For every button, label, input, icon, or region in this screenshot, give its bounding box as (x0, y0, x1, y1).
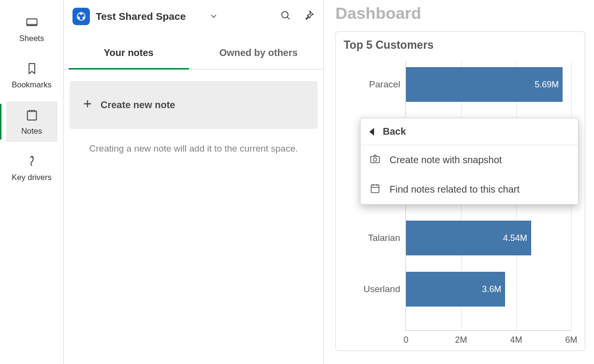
bookmark-icon (25, 62, 39, 75)
bar-row: 5.69MParacel (406, 67, 563, 102)
chart-context-menu: Back Create note with snapshot Find note… (360, 118, 579, 205)
bar-value-label: 4.54M (503, 233, 527, 243)
context-find-related[interactable]: Find notes related to this chart (361, 175, 578, 204)
key-drivers-icon (25, 154, 39, 168)
context-back[interactable]: Back (361, 118, 578, 145)
create-note-button[interactable]: Create new note (70, 81, 318, 129)
sidebar-item-bookmarks[interactable]: Bookmarks (6, 55, 58, 96)
space-name: Test Shared Space (96, 11, 186, 22)
svg-point-3 (80, 13, 82, 14)
space-dropdown[interactable] (211, 14, 217, 18)
x-tick-label: 6M (565, 335, 577, 345)
bar[interactable]: 4.54M (406, 221, 531, 255)
bar[interactable]: 3.6M (406, 272, 505, 307)
svg-rect-7 (371, 156, 379, 163)
sidebar-item-label: Key drivers (12, 173, 52, 182)
x-tick-label: 4M (510, 335, 522, 345)
sheets-icon (25, 15, 39, 29)
camera-icon (369, 153, 381, 167)
create-note-label: Create new note (101, 99, 175, 111)
tab-your-notes[interactable]: Your notes (64, 39, 194, 69)
sidebar-item-sheets[interactable]: Sheets (6, 9, 58, 49)
search-icon[interactable] (280, 10, 291, 23)
svg-point-8 (374, 158, 377, 161)
x-tick-label: 2M (455, 335, 467, 345)
sidebar-item-key-drivers[interactable]: Key drivers (6, 148, 58, 188)
pin-icon[interactable] (303, 10, 315, 23)
plus-icon (82, 98, 93, 112)
bar-row: 4.54MTalarian (406, 221, 531, 255)
bar-row: 3.6MUserland (406, 272, 505, 307)
tab-owned-by-others[interactable]: Owned by others (194, 39, 324, 69)
bar-category: Paracel (369, 79, 400, 90)
sidebar-item-notes[interactable]: Notes (6, 101, 58, 142)
chart-card: Top 5 Customers 02M4M6M5.69MParacelDeak4… (335, 31, 585, 351)
dashboard-area: Dashboard Top 5 Customers 02M4M6M5.69MPa… (324, 0, 594, 364)
svg-rect-9 (371, 185, 379, 193)
bar-value-label: 3.6M (482, 284, 501, 294)
x-tick-label: 0 (404, 335, 408, 345)
dashboard-title: Dashboard (335, 4, 585, 23)
back-arrow-icon (369, 128, 374, 136)
notes-icon (25, 108, 39, 122)
svg-point-4 (78, 17, 80, 19)
bar-category: Userland (363, 284, 400, 294)
notes-tabs: Your notes Owned by others (64, 39, 323, 70)
chart-title: Top 5 Customers (344, 39, 580, 52)
create-note-hint: Creating a new note will add it to the c… (70, 143, 318, 154)
svg-point-5 (83, 17, 85, 19)
space-icon (72, 8, 90, 25)
sidebar-item-label: Notes (21, 126, 42, 136)
bar[interactable]: 5.69M (406, 67, 563, 102)
space-header: Test Shared Space (64, 0, 323, 30)
calendar-notes-icon (369, 182, 381, 196)
bar-category: Talarian (368, 233, 400, 243)
sidebar-item-label: Sheets (19, 34, 44, 43)
sidebar: Sheets Bookmarks Notes Key drivers (0, 0, 64, 364)
sidebar-item-label: Bookmarks (12, 80, 52, 89)
bar-value-label: 5.69M (535, 80, 559, 90)
svg-rect-1 (27, 111, 36, 120)
context-create-snapshot[interactable]: Create note with snapshot (361, 145, 578, 175)
notes-panel: Test Shared Space Your notes Owned by ot… (64, 0, 324, 364)
